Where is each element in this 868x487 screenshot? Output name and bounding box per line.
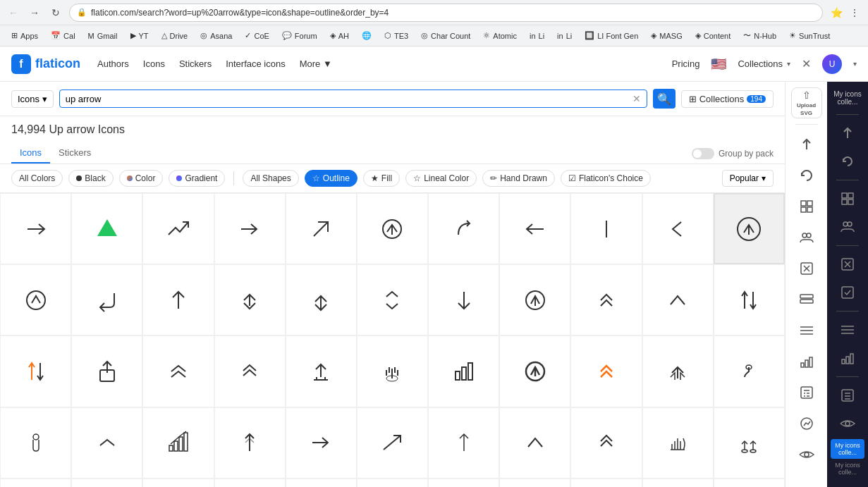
icon-cell[interactable] [499,407,570,479]
bookmark-cal[interactable]: 📅 Cal [45,30,81,42]
icon-cell[interactable] [642,335,714,407]
icon-cell[interactable] [71,479,142,487]
icon-cell[interactable] [714,335,785,407]
icon-cell[interactable] [0,335,71,407]
avatar[interactable]: U [822,54,842,74]
icon-cell[interactable] [71,264,142,335]
icon-cell[interactable] [499,264,570,335]
icon-cell[interactable] [428,335,499,407]
icon-cell[interactable] [214,335,286,407]
icon-cell[interactable] [642,479,714,487]
filter-outline[interactable]: ☆ Outline [305,170,357,187]
back-button[interactable]: ← [6,5,21,20]
sidebar-list-button[interactable] [793,316,821,345]
nav-icons[interactable]: Icons [143,56,165,72]
filter-gradient[interactable]: Gradient [169,170,225,187]
icon-cell[interactable] [286,193,357,264]
sidebar-layout-button[interactable] [793,285,821,314]
close-panel-button[interactable]: ✕ [802,57,811,70]
bookmark-gmail[interactable]: M Gmail [82,30,123,42]
filter-black[interactable]: Black [68,170,113,187]
upload-svg-button[interactable]: ⇧ Upload SVG [791,87,822,118]
filter-all-shapes[interactable]: All Shapes [243,170,298,187]
icon-cell[interactable] [357,193,428,264]
icon-cell[interactable] [142,407,214,479]
search-type-dropdown[interactable]: Icons ▾ [11,90,54,108]
sidebar-refresh-button[interactable] [793,161,821,190]
icon-cell[interactable] [570,335,642,407]
icon-cell[interactable] [286,407,357,479]
sort-dropdown[interactable]: Popular ▾ [722,170,774,187]
icon-cell[interactable] [428,479,499,487]
panel-grid-button[interactable] [833,186,862,211]
panel-x-button[interactable] [833,252,862,277]
filter-lineal-color[interactable]: ☆ Lineal Color [405,170,477,187]
nav-more[interactable]: More ▼ [300,56,332,72]
bookmark-suntrust[interactable]: ☀ SunTrust [783,30,836,42]
icon-cell[interactable] [214,193,286,264]
bookmark-forum[interactable]: 💬 Forum [276,30,323,42]
icon-cell[interactable] [570,264,642,335]
icon-cell[interactable] [428,193,499,264]
group-by-pack-toggle[interactable] [692,148,714,159]
icon-cell[interactable] [0,407,71,479]
icon-cell[interactable] [357,264,428,335]
bookmark-li2[interactable]: in Li [551,30,577,42]
sidebar-people-button[interactable] [793,223,821,252]
icon-cell[interactable] [570,407,642,479]
icon-cell[interactable] [71,193,142,264]
sidebar-analytics-button[interactable] [793,409,821,438]
icon-cell[interactable] [428,264,499,335]
icon-cell[interactable] [357,407,428,479]
collections-button[interactable]: Collections ▾ [738,58,790,69]
icon-cell[interactable] [357,479,428,487]
icon-cell[interactable] [714,479,785,487]
bookmark-asana[interactable]: ◎ Asana [195,30,238,42]
bookmark-masg[interactable]: ◈ MASG [645,30,687,42]
nav-interface-icons[interactable]: Interface icons [226,56,286,72]
flaticon-logo[interactable]: f flaticon [11,54,80,74]
filter-all-colors[interactable]: All Colors [11,170,63,187]
flag-icon[interactable]: 🇺🇸 [711,56,726,72]
icon-cell[interactable] [286,335,357,407]
icon-cell[interactable] [499,193,570,264]
sidebar-search-button[interactable] [793,130,821,159]
nav-stickers[interactable]: Stickers [179,56,212,72]
bookmark-te3[interactable]: ⬡ TE3 [379,30,414,42]
icon-cell[interactable] [357,335,428,407]
icon-cell[interactable] [71,407,142,479]
panel-people-button[interactable] [833,214,862,240]
bookmark-yt[interactable]: ▶ YT [125,30,154,42]
icon-cell[interactable] [286,264,357,335]
icon-cell[interactable] [0,193,71,264]
panel-undo-button[interactable] [833,149,862,174]
filter-color[interactable]: Color [119,170,164,187]
bookmark-charcount[interactable]: ◎ Char Count [415,30,476,42]
icon-cell[interactable] [142,479,214,487]
icon-cell[interactable] [142,264,214,335]
clear-button[interactable]: ✕ [632,93,641,104]
panel-calc-button[interactable] [833,383,862,408]
panel-arrow-up-button[interactable] [833,121,862,146]
icon-cell[interactable] [214,264,286,335]
search-input[interactable] [66,94,627,104]
icon-cell[interactable] [286,479,357,487]
more-action-button[interactable]: ⋮ [847,5,862,20]
bookmark-apps[interactable]: ⊞ Apps [6,30,44,42]
bookmark-drive[interactable]: △ Drive [156,30,194,42]
panel-check-button[interactable] [833,280,862,305]
search-action-button[interactable]: ⭐ [829,5,844,20]
tab-icons[interactable]: Icons [11,143,50,164]
icon-cell[interactable] [142,193,214,264]
sidebar-chart-button[interactable] [793,347,821,376]
icon-cell[interactable] [428,407,499,479]
bookmark-li[interactable]: in Li [524,30,550,42]
icon-cell[interactable] [642,193,714,264]
icon-cell[interactable] [714,407,785,479]
forward-button[interactable]: → [27,5,42,20]
icon-cell[interactable] [142,335,214,407]
tab-stickers[interactable]: Stickers [50,143,99,164]
search-button[interactable]: 🔍 [653,89,676,109]
icon-cell[interactable] [71,335,142,407]
icon-cell[interactable] [570,193,642,264]
